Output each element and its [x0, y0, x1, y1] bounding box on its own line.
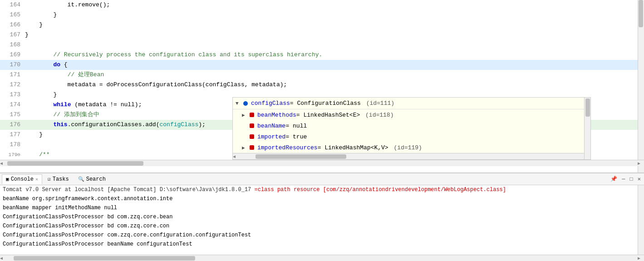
tooltip-vertical-scrollbar[interactable]	[584, 98, 590, 159]
console-close-icon[interactable]: ✕	[35, 177, 38, 182]
line-number-166: 166	[0, 20, 25, 30]
pin-icon[interactable]: 📌	[609, 175, 619, 183]
console-scroll-right-btn[interactable]: ▶	[638, 256, 644, 261]
expand-arrow-importedResources[interactable]: ▶	[242, 145, 248, 151]
line-number-174: 174	[0, 100, 25, 110]
console-vertical-scrollbar[interactable]	[638, 185, 644, 255]
beanMethods-name: beanMethods	[257, 112, 296, 118]
line-number-164: 164	[0, 0, 25, 10]
tab-search[interactable]: 🔍 Search	[74, 174, 109, 184]
line-number-176: 176	[0, 120, 25, 130]
line-number-171: 171	[0, 70, 25, 80]
console-tabs: ▣ Console ✕ ☑ Tasks 🔍 Search 📌 — □ ✕	[0, 173, 644, 185]
line-content-171: // 处理Bean	[25, 70, 644, 80]
code-line-168: 168	[0, 40, 644, 50]
console-text-2: beanName mapper initMethodName null	[3, 205, 117, 211]
console-line-4: ConfigurationClassPostProcessor bd com.z…	[0, 222, 644, 231]
scrollbar-thumb[interactable]	[639, 0, 643, 27]
console-h-scroll-thumb[interactable]	[14, 256, 195, 261]
line-number-169: 169	[0, 50, 25, 60]
console-text-5: ConfigurationClassPostProcessor com.zzq.…	[3, 232, 251, 238]
path-line-text: =class path resource [com/zzq/annotation…	[255, 187, 506, 193]
console-scroll-left-btn[interactable]: ◀	[0, 256, 6, 261]
console-text-4: ConfigurationClassPostProcessor bd com.z…	[3, 223, 169, 229]
editor-horizontal-scrollbar[interactable]: ◀ ▶	[0, 160, 644, 166]
console-line-2: beanName mapper initMethodName null	[0, 203, 644, 212]
line-content-165: }	[25, 10, 644, 20]
imported-name: imported	[257, 133, 285, 140]
editor-scroll-left-btn[interactable]: ◀	[0, 161, 6, 166]
editor-h-scroll-track[interactable]	[7, 161, 637, 166]
tooltip-var-name: configClass	[251, 100, 290, 107]
console-content: Tomcat v7.0 Server at localhost [Apache …	[0, 185, 644, 255]
beanName-icon	[248, 123, 256, 129]
line-content-164: it.remove();	[25, 0, 644, 10]
console-h-scroll-track[interactable]	[14, 256, 630, 261]
tooltip-scroll-thumb[interactable]	[585, 98, 590, 117]
editor-scroll-right-btn[interactable]: ▶	[638, 161, 644, 166]
tab-tasks[interactable]: ☑ Tasks	[44, 174, 73, 184]
close-console-icon[interactable]: ✕	[636, 175, 642, 183]
variable-inspector-popup: ▼ configClass = ConfigurationClass (id=1…	[232, 97, 591, 160]
beanName-name: beanName	[257, 123, 285, 129]
code-line-170: 170 do {	[0, 60, 644, 70]
console-line-5: ConfigurationClassPostProcessor com.zzq.…	[0, 231, 644, 240]
search-icon: 🔍	[78, 176, 84, 182]
editor-h-scroll-thumb[interactable]	[7, 161, 143, 166]
tooltip-horizontal-scrollbar[interactable]: ◀ ▶	[233, 153, 590, 159]
server-line-text: Tomcat v7.0 Server at localhost [Apache …	[3, 187, 251, 193]
tooltip-h-scroll-thumb[interactable]	[256, 154, 346, 159]
imported-icon	[248, 133, 256, 140]
line-content-167: }	[25, 30, 644, 40]
importedResources-value: = LinkedHashMap<K,V>	[318, 144, 388, 151]
line-number-175: 175	[0, 110, 25, 120]
code-line-164: 164 it.remove();	[0, 0, 644, 10]
line-content-170: do {	[25, 60, 644, 70]
line-content-169: // Recursively process the configuration…	[25, 50, 644, 60]
main-container: 164 it.remove(); 165 } 166 } 167 }	[0, 0, 644, 261]
console-tab-label: Console	[11, 176, 34, 182]
line-content-166: }	[25, 20, 644, 30]
code-line-167: 167 }	[0, 30, 644, 40]
console-text-6: ConfigurationClassPostProcessor beanName…	[3, 241, 192, 247]
tooltip-h-scroll-track[interactable]	[246, 154, 577, 159]
minimize-icon[interactable]: —	[620, 176, 626, 183]
code-line-165: 165 }	[0, 10, 644, 20]
console-icon: ▣	[6, 176, 9, 182]
tooltip-header-row[interactable]: ▼ configClass = ConfigurationClass (id=1…	[233, 98, 590, 109]
scroll-left-btn[interactable]: ◀	[233, 154, 239, 159]
tooltip-var-equals: = ConfigurationClass	[290, 100, 361, 107]
line-number-178: 178	[0, 140, 25, 150]
tooltip-row-beanMethods[interactable]: ▶ beanMethods = LinkedHashSet<E> (id=118…	[233, 109, 590, 120]
expand-arrow-root[interactable]: ▼	[236, 101, 242, 106]
line-content-172: metadata = doProcessConfigurationClass(c…	[25, 80, 644, 90]
vertical-scrollbar[interactable]	[638, 0, 644, 172]
line-number-173: 173	[0, 90, 25, 100]
console-tab-actions: 📌 — □ ✕	[609, 175, 642, 183]
tasks-tab-label: Tasks	[53, 176, 69, 182]
console-horizontal-scrollbar[interactable]: ◀ ▶	[0, 255, 644, 261]
maximize-icon[interactable]: □	[629, 176, 634, 183]
tooltip-row-beanName[interactable]: beanName = null	[233, 120, 590, 131]
config-class-icon	[242, 100, 249, 107]
line-number-167: 167	[0, 30, 25, 40]
console-text-1: beanName org.springframework.context.ann…	[3, 196, 172, 202]
console-line-3: ConfigurationClassPostProcessor bd com.z…	[0, 212, 644, 222]
console-server-line: Tomcat v7.0 Server at localhost [Apache …	[0, 185, 644, 194]
line-number-172: 172	[0, 80, 25, 90]
code-line-172: 172 metadata = doProcessConfigurationCla…	[0, 80, 644, 90]
tooltip-row-imported[interactable]: imported = true	[233, 131, 590, 142]
imported-value: = true	[285, 133, 307, 140]
beanMethods-icon	[248, 112, 256, 118]
expand-arrow-beanMethods[interactable]: ▶	[242, 112, 248, 118]
console-line-1: beanName org.springframework.context.ann…	[0, 194, 644, 203]
code-editor: 164 it.remove(); 165 } 166 } 167 }	[0, 0, 644, 172]
search-tab-label: Search	[86, 176, 106, 182]
tooltip-var-id: (id=111)	[363, 100, 394, 107]
line-number-179: 179⊖	[0, 150, 25, 160]
console-line-6: ConfigurationClassPostProcessor beanName…	[0, 240, 644, 249]
tab-console[interactable]: ▣ Console ✕	[2, 174, 42, 184]
console-area: ▣ Console ✕ ☑ Tasks 🔍 Search 📌 — □ ✕ T	[0, 172, 644, 261]
beanName-value: = null	[285, 123, 307, 129]
tooltip-row-importedResources[interactable]: ▶ importedResources = LinkedHashMap<K,V>…	[233, 142, 590, 153]
